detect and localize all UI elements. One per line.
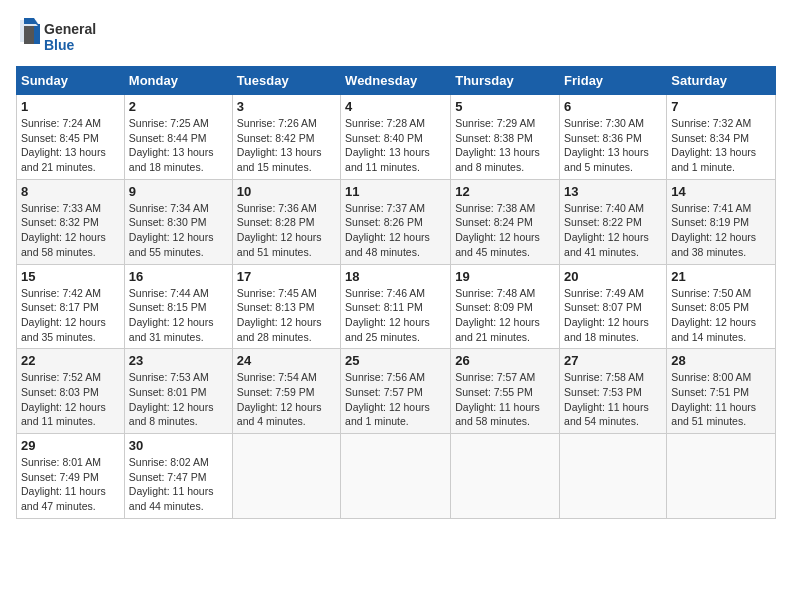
calendar-cell: 29Sunrise: 8:01 AM Sunset: 7:49 PM Dayli… bbox=[17, 434, 125, 519]
svg-text:Blue: Blue bbox=[44, 37, 75, 53]
day-number: 21 bbox=[671, 269, 771, 284]
day-number: 9 bbox=[129, 184, 228, 199]
weekday-wednesday: Wednesday bbox=[341, 67, 451, 95]
day-detail: Sunrise: 7:57 AM Sunset: 7:55 PM Dayligh… bbox=[455, 370, 555, 429]
calendar-cell: 2Sunrise: 7:25 AM Sunset: 8:44 PM Daylig… bbox=[124, 95, 232, 180]
day-detail: Sunrise: 8:01 AM Sunset: 7:49 PM Dayligh… bbox=[21, 455, 120, 514]
day-detail: Sunrise: 7:50 AM Sunset: 8:05 PM Dayligh… bbox=[671, 286, 771, 345]
calendar-cell: 6Sunrise: 7:30 AM Sunset: 8:36 PM Daylig… bbox=[560, 95, 667, 180]
week-row-2: 8Sunrise: 7:33 AM Sunset: 8:32 PM Daylig… bbox=[17, 179, 776, 264]
calendar-cell: 19Sunrise: 7:48 AM Sunset: 8:09 PM Dayli… bbox=[451, 264, 560, 349]
calendar-cell: 12Sunrise: 7:38 AM Sunset: 8:24 PM Dayli… bbox=[451, 179, 560, 264]
calendar-cell: 24Sunrise: 7:54 AM Sunset: 7:59 PM Dayli… bbox=[232, 349, 340, 434]
day-number: 17 bbox=[237, 269, 336, 284]
calendar-cell: 7Sunrise: 7:32 AM Sunset: 8:34 PM Daylig… bbox=[667, 95, 776, 180]
day-detail: Sunrise: 7:53 AM Sunset: 8:01 PM Dayligh… bbox=[129, 370, 228, 429]
day-number: 14 bbox=[671, 184, 771, 199]
calendar-cell bbox=[451, 434, 560, 519]
day-detail: Sunrise: 7:28 AM Sunset: 8:40 PM Dayligh… bbox=[345, 116, 446, 175]
calendar-cell: 18Sunrise: 7:46 AM Sunset: 8:11 PM Dayli… bbox=[341, 264, 451, 349]
calendar-cell: 9Sunrise: 7:34 AM Sunset: 8:30 PM Daylig… bbox=[124, 179, 232, 264]
calendar-cell bbox=[232, 434, 340, 519]
day-detail: Sunrise: 7:48 AM Sunset: 8:09 PM Dayligh… bbox=[455, 286, 555, 345]
calendar-cell: 25Sunrise: 7:56 AM Sunset: 7:57 PM Dayli… bbox=[341, 349, 451, 434]
calendar-cell bbox=[560, 434, 667, 519]
day-detail: Sunrise: 7:46 AM Sunset: 8:11 PM Dayligh… bbox=[345, 286, 446, 345]
weekday-thursday: Thursday bbox=[451, 67, 560, 95]
weekday-header-row: SundayMondayTuesdayWednesdayThursdayFrid… bbox=[17, 67, 776, 95]
calendar-cell: 30Sunrise: 8:02 AM Sunset: 7:47 PM Dayli… bbox=[124, 434, 232, 519]
day-detail: Sunrise: 7:44 AM Sunset: 8:15 PM Dayligh… bbox=[129, 286, 228, 345]
calendar-cell bbox=[667, 434, 776, 519]
day-number: 25 bbox=[345, 353, 446, 368]
calendar-table: SundayMondayTuesdayWednesdayThursdayFrid… bbox=[16, 66, 776, 519]
day-detail: Sunrise: 8:02 AM Sunset: 7:47 PM Dayligh… bbox=[129, 455, 228, 514]
day-detail: Sunrise: 7:30 AM Sunset: 8:36 PM Dayligh… bbox=[564, 116, 662, 175]
logo: General Blue bbox=[16, 16, 106, 56]
calendar-cell: 15Sunrise: 7:42 AM Sunset: 8:17 PM Dayli… bbox=[17, 264, 125, 349]
day-number: 19 bbox=[455, 269, 555, 284]
day-detail: Sunrise: 7:33 AM Sunset: 8:32 PM Dayligh… bbox=[21, 201, 120, 260]
header: General Blue bbox=[16, 16, 776, 56]
day-detail: Sunrise: 7:26 AM Sunset: 8:42 PM Dayligh… bbox=[237, 116, 336, 175]
day-number: 23 bbox=[129, 353, 228, 368]
day-number: 2 bbox=[129, 99, 228, 114]
calendar-cell: 8Sunrise: 7:33 AM Sunset: 8:32 PM Daylig… bbox=[17, 179, 125, 264]
calendar-cell: 1Sunrise: 7:24 AM Sunset: 8:45 PM Daylig… bbox=[17, 95, 125, 180]
calendar-cell: 27Sunrise: 7:58 AM Sunset: 7:53 PM Dayli… bbox=[560, 349, 667, 434]
calendar-cell: 4Sunrise: 7:28 AM Sunset: 8:40 PM Daylig… bbox=[341, 95, 451, 180]
day-detail: Sunrise: 7:49 AM Sunset: 8:07 PM Dayligh… bbox=[564, 286, 662, 345]
calendar-cell: 20Sunrise: 7:49 AM Sunset: 8:07 PM Dayli… bbox=[560, 264, 667, 349]
day-number: 8 bbox=[21, 184, 120, 199]
day-number: 20 bbox=[564, 269, 662, 284]
day-number: 12 bbox=[455, 184, 555, 199]
weekday-friday: Friday bbox=[560, 67, 667, 95]
svg-text:General: General bbox=[44, 21, 96, 37]
day-number: 24 bbox=[237, 353, 336, 368]
day-detail: Sunrise: 7:34 AM Sunset: 8:30 PM Dayligh… bbox=[129, 201, 228, 260]
calendar-cell: 22Sunrise: 7:52 AM Sunset: 8:03 PM Dayli… bbox=[17, 349, 125, 434]
weekday-sunday: Sunday bbox=[17, 67, 125, 95]
day-detail: Sunrise: 7:25 AM Sunset: 8:44 PM Dayligh… bbox=[129, 116, 228, 175]
day-number: 22 bbox=[21, 353, 120, 368]
day-number: 15 bbox=[21, 269, 120, 284]
week-row-1: 1Sunrise: 7:24 AM Sunset: 8:45 PM Daylig… bbox=[17, 95, 776, 180]
calendar-cell: 13Sunrise: 7:40 AM Sunset: 8:22 PM Dayli… bbox=[560, 179, 667, 264]
day-number: 3 bbox=[237, 99, 336, 114]
day-detail: Sunrise: 7:38 AM Sunset: 8:24 PM Dayligh… bbox=[455, 201, 555, 260]
day-number: 5 bbox=[455, 99, 555, 114]
day-detail: Sunrise: 7:32 AM Sunset: 8:34 PM Dayligh… bbox=[671, 116, 771, 175]
day-number: 1 bbox=[21, 99, 120, 114]
day-detail: Sunrise: 7:29 AM Sunset: 8:38 PM Dayligh… bbox=[455, 116, 555, 175]
week-row-3: 15Sunrise: 7:42 AM Sunset: 8:17 PM Dayli… bbox=[17, 264, 776, 349]
logo-svg: General Blue bbox=[16, 16, 106, 56]
day-number: 4 bbox=[345, 99, 446, 114]
day-number: 10 bbox=[237, 184, 336, 199]
calendar-body: 1Sunrise: 7:24 AM Sunset: 8:45 PM Daylig… bbox=[17, 95, 776, 519]
day-number: 18 bbox=[345, 269, 446, 284]
day-number: 28 bbox=[671, 353, 771, 368]
week-row-4: 22Sunrise: 7:52 AM Sunset: 8:03 PM Dayli… bbox=[17, 349, 776, 434]
calendar-cell: 5Sunrise: 7:29 AM Sunset: 8:38 PM Daylig… bbox=[451, 95, 560, 180]
day-number: 29 bbox=[21, 438, 120, 453]
day-number: 6 bbox=[564, 99, 662, 114]
calendar-cell: 14Sunrise: 7:41 AM Sunset: 8:19 PM Dayli… bbox=[667, 179, 776, 264]
day-number: 16 bbox=[129, 269, 228, 284]
calendar-cell bbox=[341, 434, 451, 519]
weekday-monday: Monday bbox=[124, 67, 232, 95]
calendar-cell: 17Sunrise: 7:45 AM Sunset: 8:13 PM Dayli… bbox=[232, 264, 340, 349]
day-detail: Sunrise: 7:41 AM Sunset: 8:19 PM Dayligh… bbox=[671, 201, 771, 260]
day-number: 11 bbox=[345, 184, 446, 199]
day-number: 30 bbox=[129, 438, 228, 453]
day-detail: Sunrise: 7:56 AM Sunset: 7:57 PM Dayligh… bbox=[345, 370, 446, 429]
calendar-cell: 10Sunrise: 7:36 AM Sunset: 8:28 PM Dayli… bbox=[232, 179, 340, 264]
calendar-cell: 3Sunrise: 7:26 AM Sunset: 8:42 PM Daylig… bbox=[232, 95, 340, 180]
day-detail: Sunrise: 7:45 AM Sunset: 8:13 PM Dayligh… bbox=[237, 286, 336, 345]
weekday-tuesday: Tuesday bbox=[232, 67, 340, 95]
day-number: 13 bbox=[564, 184, 662, 199]
calendar-cell: 26Sunrise: 7:57 AM Sunset: 7:55 PM Dayli… bbox=[451, 349, 560, 434]
day-number: 27 bbox=[564, 353, 662, 368]
day-detail: Sunrise: 7:24 AM Sunset: 8:45 PM Dayligh… bbox=[21, 116, 120, 175]
day-number: 26 bbox=[455, 353, 555, 368]
day-detail: Sunrise: 7:52 AM Sunset: 8:03 PM Dayligh… bbox=[21, 370, 120, 429]
